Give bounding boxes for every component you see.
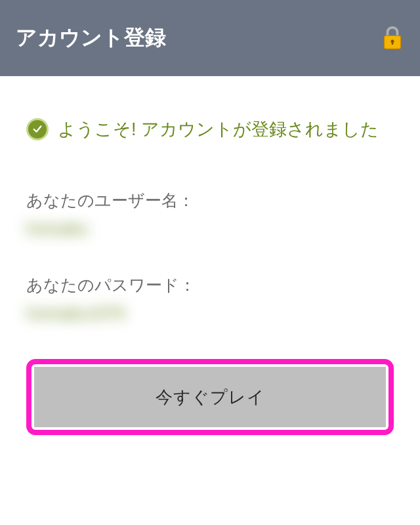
page-title: アカウント登録	[16, 24, 166, 52]
play-button-highlight: 今すぐプレイ	[26, 359, 394, 435]
lock-icon	[381, 24, 404, 52]
password-field: あなたのパスワード： honsaku1978	[26, 274, 394, 323]
success-message: ようこそ! アカウントが登録されました	[58, 116, 379, 144]
svg-rect-2	[392, 41, 394, 45]
content-area: ようこそ! アカウントが登録されました あなたのユーザー名： honsaku あ…	[0, 76, 420, 461]
page-header: アカウント登録	[0, 0, 420, 76]
username-label: あなたのユーザー名：	[26, 190, 394, 211]
success-message-row: ようこそ! アカウントが登録されました	[26, 116, 394, 144]
play-now-button[interactable]: 今すぐプレイ	[34, 367, 386, 427]
check-icon	[26, 118, 49, 140]
password-label: あなたのパスワード：	[26, 274, 394, 296]
username-field: あなたのユーザー名： honsaku	[26, 190, 394, 238]
username-value: honsaku	[26, 219, 89, 238]
password-value: honsaku1978	[26, 304, 125, 323]
